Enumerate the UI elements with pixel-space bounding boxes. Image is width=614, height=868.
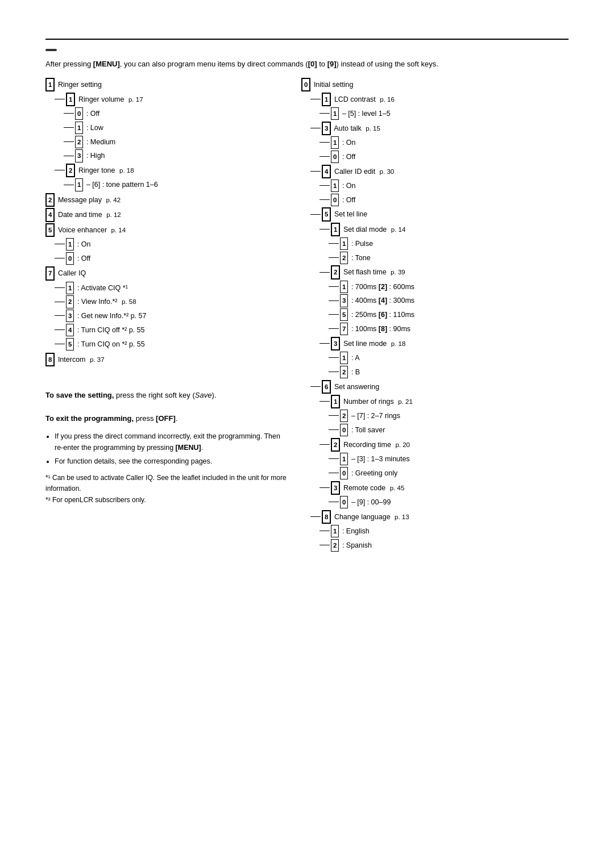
tree-item-change-language: 8 Change language p. 13 [301, 510, 546, 524]
key-0d: 0 [331, 194, 339, 206]
tree-item-tone: 2 : Tone [301, 252, 546, 265]
key-0g: 0 [340, 496, 348, 508]
key-0a: 0 [66, 252, 74, 265]
key-4: 4 [45, 208, 55, 222]
tree-item-level-1-5: 1 – [5] : level 1–5 [301, 107, 546, 120]
tree-item-recording-time: 2 Recording time p. 20 [301, 438, 546, 452]
left-column: 1 Ringer setting 1 Ringer volume p. 17 0… [45, 78, 290, 506]
key-8: 8 [45, 353, 55, 366]
key-2d: 2 [340, 252, 348, 264]
menu-bold: [MENU] [93, 60, 120, 68]
tree-item-low: 1 : Low [45, 122, 290, 135]
tree-item-cid-on: 1 : On [301, 180, 546, 193]
tree-item-date-time: 4 Date and time p. 12 [45, 208, 290, 222]
key-1g: 1 [331, 136, 339, 149]
tree-item-high: 3 : High [45, 149, 290, 162]
tree-item-cid-off: 0 : Off [301, 194, 546, 207]
tree-item-off: 0 : Off [45, 107, 290, 120]
key-4a: 4 [66, 324, 74, 336]
tree-item-ringer-volume: 1 Ringer volume p. 17 [45, 93, 290, 106]
bullet-1: If you press the direct command incorrec… [55, 431, 290, 453]
key-2: 2 [75, 136, 83, 148]
tree-item-activate-ciq: 1 : Activate CIQ *¹ [45, 282, 290, 295]
tree-item-ringer-setting: 1 Ringer setting [45, 78, 290, 91]
key-2e: 2 [331, 265, 340, 279]
exit-prog-bold: To exit the programming, [45, 414, 134, 423]
tree-item-set-line-mode: 3 Set line mode p. 18 [301, 337, 546, 350]
tree-item-voice-enhancer: 5 Voice enhancer p. 14 [45, 223, 290, 237]
tree-item-set-tel-line: 5 Set tel line [301, 207, 546, 221]
tree-item-caller-id-edit: 4 Caller ID edit p. 30 [301, 165, 546, 178]
key-0b: 0 [301, 78, 310, 91]
key-1d: 1 [66, 282, 74, 294]
tree-item-pulse: 1 : Pulse [301, 237, 546, 251]
key-1b: 1 [75, 178, 83, 191]
key-1f: 1 [331, 107, 339, 120]
bracket9-bold: [9] [327, 60, 337, 68]
key-1n: 1 [340, 453, 348, 465]
title-rule [45, 39, 569, 40]
columns-container: 1 Ringer setting 1 Ringer volume p. 17 0… [45, 78, 569, 553]
tree-item-tone-pattern: 1 – [6] : tone pattern 1–6 [45, 178, 290, 191]
save-setting-bold: To save the setting, [45, 391, 114, 399]
key-3d: 3 [331, 337, 340, 350]
bullets-list: If you press the direct command incorrec… [45, 431, 290, 467]
during-programming-section: To save the setting, press the right sof… [45, 378, 290, 506]
tree-item-greeting-only: 0 : Greeting only [301, 467, 546, 480]
tree-item-caller-iq: 7 Caller IQ [45, 266, 290, 280]
save-italic: Save [195, 391, 212, 399]
tree-item-700ms: 1 : 700ms [2] : 600ms [301, 281, 546, 294]
tree-item-line-a: 1 : A [301, 352, 546, 365]
tree-item-turn-ciq-on: 5 : Turn CIQ on *² p. 55 [45, 338, 290, 351]
key-3: 3 [75, 149, 83, 162]
tree-item-turn-ciq-off: 4 : Turn CIQ off *² p. 55 [45, 324, 290, 337]
key-2g: 2 [340, 410, 348, 422]
key-2i: 2 [331, 539, 339, 552]
key-0c: 0 [331, 151, 339, 163]
tree-item-1-3-min: 1 – [3] : 1–3 minutes [301, 453, 546, 466]
tree-item-set-flash-time: 2 Set flash time p. 39 [301, 265, 546, 279]
key-1h: 1 [331, 180, 339, 192]
key-2h: 2 [331, 438, 340, 452]
tree-item-ve-on: 1 : On [45, 238, 290, 251]
tree-item-view-info: 2 : View Info.*² p. 58 [45, 295, 290, 308]
key-5c: 5 [340, 308, 348, 321]
key-1o: 1 [331, 525, 339, 537]
key-8a: 8 [322, 510, 331, 524]
footnote-1: *¹ Can be used to activate Caller IQ. Se… [45, 473, 290, 494]
bracket0-bold: [0] [308, 60, 317, 68]
key-1c: 1 [66, 238, 74, 251]
key-2c: 2 [66, 295, 74, 308]
key-3e: 3 [331, 481, 340, 495]
key-5a: 5 [66, 338, 74, 350]
key-3b: 3 [322, 122, 331, 135]
bullet-2: For function details, see the correspond… [55, 456, 290, 467]
tree-item-ve-off: 0 : Off [45, 252, 290, 265]
intro-text: After pressing [MENU], you can also prog… [45, 59, 569, 70]
tree-item-at-off: 0 : Off [301, 151, 546, 164]
key-2f: 2 [340, 366, 348, 378]
tree-item-250ms: 5 : 250ms [6] : 110ms [301, 308, 546, 322]
during-prog-text: To save the setting, press the right sof… [45, 378, 290, 425]
tree-item-ringer-tone: 2 Ringer tone p. 18 [45, 164, 290, 177]
tree-item-auto-talk: 3 Auto talk p. 15 [301, 122, 546, 135]
key-5b: 5 [322, 207, 331, 221]
tree-item-get-new-info: 3 : Get new Info.*² p. 57 [45, 310, 290, 323]
tree-item-line-b: 2 : B [301, 366, 546, 379]
key-1m: 1 [331, 395, 340, 408]
key-0e: 0 [340, 424, 348, 436]
key-7: 7 [45, 266, 55, 280]
key-2b: 2 [45, 193, 55, 207]
footnotes: *¹ Can be used to activate Caller IQ. Se… [45, 473, 290, 506]
key-5: 5 [45, 223, 55, 237]
tree-item-100ms: 7 : 100ms [8] : 90ms [301, 323, 546, 336]
tree-item-initial-setting: 0 Initial setting [301, 78, 546, 91]
tree-item-intercom: 8 Intercom p. 37 [45, 353, 290, 366]
right-column: 0 Initial setting 1 LCD contrast p. 16 1… [301, 78, 546, 553]
tree-item-set-answering: 6 Set answering [301, 380, 546, 394]
key-7a: 7 [340, 323, 348, 335]
key-2a: 2 [66, 164, 75, 177]
key-1j: 1 [340, 237, 348, 250]
key-6: 6 [322, 380, 331, 394]
off-bold: [OFF] [156, 414, 176, 423]
